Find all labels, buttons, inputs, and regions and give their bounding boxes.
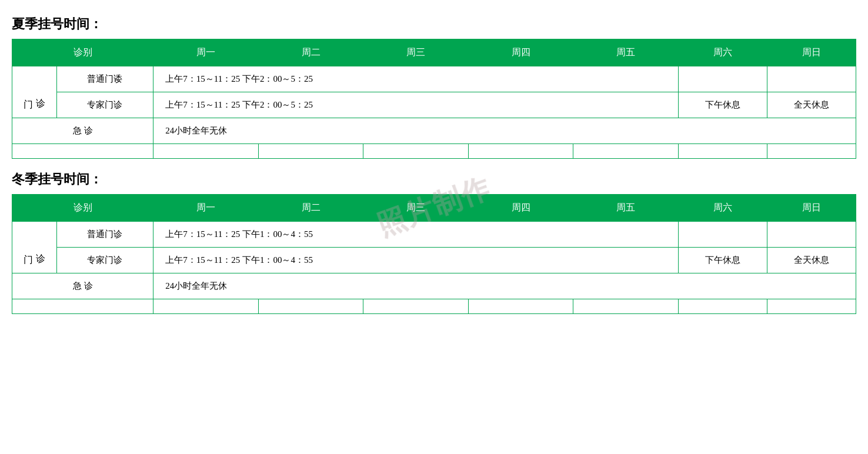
summer-regular-sat	[678, 66, 767, 92]
summer-regular-name: 普通门诿	[56, 66, 153, 92]
summer-th-tue: 周二	[258, 39, 363, 66]
winter-expert-name: 专家门诊	[56, 248, 153, 273]
summer-regular-sun	[767, 66, 856, 92]
summer-th-fri: 周五	[573, 39, 679, 66]
winter-emergency-row: 急 诊 24小时全年无休	[12, 273, 856, 299]
summer-th-diagnose: 诊别	[12, 39, 153, 66]
winter-title: 冬季挂号时间：	[12, 171, 856, 188]
summer-header-row: 诊别 周一 周二 周三 周四 周五 周六 周日	[12, 39, 856, 66]
winter-regular-sat	[678, 222, 767, 248]
winter-empty-row	[12, 299, 856, 314]
winter-emergency-name: 急 诊	[12, 273, 153, 299]
winter-th-mon: 周一	[153, 195, 259, 222]
winter-section: 冬季挂号时间： 诊别 周一 周二 周三 周四 周五 周六 周日	[12, 171, 856, 314]
summer-th-sun: 周日	[767, 39, 856, 66]
winter-th-fri: 周五	[573, 195, 679, 222]
summer-emergency-time: 24小时全年无休	[153, 118, 856, 144]
summer-regular-row: 门诊 普通门诿 上午7：15～11：25 下午2：00～5：25	[12, 66, 856, 92]
winter-th-wed: 周三	[363, 195, 469, 222]
summer-emergency-name: 急 诊	[12, 118, 153, 144]
summer-emergency-row: 急 诊 24小时全年无休	[12, 118, 856, 144]
summer-th-thu: 周四	[468, 39, 573, 66]
winter-regular-time: 上午7：15～11：25 下午1：00～4：55	[153, 222, 679, 248]
summer-empty-label	[12, 144, 153, 159]
summer-th-sat: 周六	[678, 39, 767, 66]
winter-th-sat: 周六	[678, 195, 767, 222]
summer-outpatient-label: 门诊	[12, 66, 57, 118]
winter-regular-name: 普通门诊	[56, 222, 153, 248]
summer-th-mon: 周一	[153, 39, 259, 66]
winter-th-sun: 周日	[767, 195, 856, 222]
winter-th-tue: 周二	[258, 195, 363, 222]
winter-header-row: 诊别 周一 周二 周三 周四 周五 周六 周日	[12, 195, 856, 222]
summer-regular-time: 上午7：15～11：25 下午2：00～5：25	[153, 66, 679, 92]
winter-expert-sun: 全天休息	[767, 248, 856, 273]
summer-expert-time: 上午7：15～11：25 下午2：00～5：25	[153, 92, 679, 118]
summer-expert-name: 专家门诊	[56, 92, 153, 118]
winter-empty-label	[12, 299, 153, 314]
winter-table: 诊别 周一 周二 周三 周四 周五 周六 周日 门诊 普通门诊 上午7：15～1…	[12, 194, 856, 314]
summer-title: 夏季挂号时间：	[12, 15, 856, 33]
winter-regular-row: 门诊 普通门诊 上午7：15～11：25 下午1：00～4：55	[12, 222, 856, 248]
summer-expert-row: 专家门诊 上午7：15～11：25 下午2：00～5：25 下午休息 全天休息	[12, 92, 856, 118]
winter-th-thu: 周四	[468, 195, 573, 222]
summer-expert-sun: 全天休息	[767, 92, 856, 118]
winter-th-diagnose: 诊别	[12, 195, 153, 222]
winter-regular-sun	[767, 222, 856, 248]
summer-table: 诊别 周一 周二 周三 周四 周五 周六 周日 门诊 普通门诿 上午7：15～1…	[12, 39, 856, 159]
winter-emergency-time: 24小时全年无休	[153, 273, 856, 299]
summer-section: 夏季挂号时间： 诊别 周一 周二 周三 周四 周五 周六 周日	[12, 15, 856, 159]
winter-expert-time: 上午7：15～11：25 下午1：00～4：55	[153, 248, 679, 273]
winter-outpatient-label: 门诊	[12, 222, 57, 273]
summer-expert-sat: 下午休息	[678, 92, 767, 118]
winter-expert-row: 专家门诊 上午7：15～11：25 下午1：00～4：55 下午休息 全天休息	[12, 248, 856, 273]
summer-empty-row	[12, 144, 856, 159]
summer-th-wed: 周三	[363, 39, 469, 66]
winter-expert-sat: 下午休息	[678, 248, 767, 273]
